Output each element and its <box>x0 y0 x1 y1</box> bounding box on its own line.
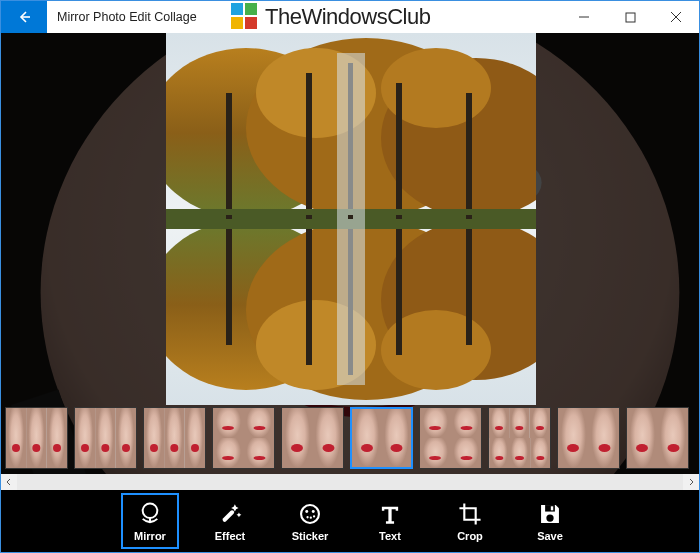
window-system-buttons <box>561 1 699 33</box>
thumb-preview-icon <box>282 408 313 468</box>
thumb-preview-icon <box>530 438 550 468</box>
thumb-preview-icon <box>313 408 344 468</box>
scrollbar-track[interactable] <box>17 474 683 490</box>
save-tool-button[interactable]: Save <box>521 493 579 549</box>
effect-tool-label: Effect <box>215 530 246 542</box>
svg-rect-36 <box>551 506 553 510</box>
close-icon <box>670 11 682 23</box>
mirror-layout-thumb[interactable] <box>350 407 413 469</box>
svg-point-29 <box>301 505 319 523</box>
chevron-right-icon <box>687 478 695 486</box>
thumb-preview-icon <box>382 409 412 467</box>
sticker-icon <box>296 500 324 528</box>
mirror-layout-thumb[interactable] <box>212 407 275 469</box>
svg-point-32 <box>306 516 308 518</box>
thumb-preview-icon <box>627 408 658 468</box>
thumb-preview-icon <box>658 408 689 468</box>
effect-tool-button[interactable]: Effect <box>201 493 259 549</box>
maximize-icon <box>625 12 636 23</box>
thumb-preview-icon <box>589 408 620 468</box>
svg-point-30 <box>305 510 308 513</box>
title-bar: Mirror Photo Edit Collage TheWindowsClub <box>1 1 699 33</box>
mirror-layout-thumb[interactable] <box>143 407 206 469</box>
minimize-button[interactable] <box>561 1 607 33</box>
watermark-text: TheWindowsClub <box>265 4 430 30</box>
app-window: Mirror Photo Edit Collage TheWindowsClub <box>0 0 700 553</box>
thumb-preview-icon <box>144 408 164 468</box>
scroll-right-button[interactable] <box>683 474 699 490</box>
thumb-preview-icon <box>420 408 451 438</box>
main-canvas[interactable] <box>166 33 536 405</box>
thumb-preview-icon <box>451 438 482 468</box>
svg-rect-27 <box>149 517 151 521</box>
mirror-icon <box>136 500 164 528</box>
mirror-layout-thumb[interactable] <box>5 407 68 469</box>
mirror-layout-thumb[interactable] <box>557 407 620 469</box>
svg-point-26 <box>143 503 158 518</box>
svg-rect-35 <box>545 505 555 512</box>
thumb-preview-icon <box>75 408 95 468</box>
thumb-preview-icon <box>558 408 589 468</box>
chevron-left-icon <box>5 478 13 486</box>
thumb-preview-icon <box>213 408 244 438</box>
sticker-tool-label: Sticker <box>292 530 329 542</box>
thumb-preview-icon <box>95 408 115 468</box>
thumb-preview-icon <box>509 408 529 438</box>
save-tool-label: Save <box>537 530 563 542</box>
mirror-layout-thumbnails <box>1 402 699 474</box>
svg-point-37 <box>546 514 553 521</box>
svg-point-33 <box>310 517 312 519</box>
thumb-preview-icon <box>185 408 205 468</box>
thumb-preview-icon <box>244 438 275 468</box>
text-tool-button[interactable]: Text <box>361 493 419 549</box>
thumb-preview-icon <box>213 438 244 468</box>
thumb-preview-icon <box>116 408 136 468</box>
mirror-layout-thumb[interactable] <box>419 407 482 469</box>
close-button[interactable] <box>653 1 699 33</box>
svg-point-34 <box>313 515 315 517</box>
thumb-preview-icon <box>47 408 67 468</box>
thumb-preview-icon <box>352 409 382 467</box>
thumb-preview-icon <box>530 408 550 438</box>
effect-icon <box>216 500 244 528</box>
text-icon <box>376 500 404 528</box>
mirror-layout-thumb[interactable] <box>626 407 689 469</box>
thumb-preview-icon <box>509 438 529 468</box>
thumb-preview-icon <box>420 438 451 468</box>
bottom-toolbar: MirrorEffectStickerTextCropSave <box>1 490 699 552</box>
mirror-layout-thumb[interactable] <box>74 407 137 469</box>
mirror-tool-label: Mirror <box>134 530 166 542</box>
sticker-tool-button[interactable]: Sticker <box>281 493 339 549</box>
mirror-layout-thumb[interactable] <box>488 407 551 469</box>
maximize-button[interactable] <box>607 1 653 33</box>
crop-tool-label: Crop <box>457 530 483 542</box>
thumb-preview-icon <box>489 438 509 468</box>
mirror-tool-button[interactable]: Mirror <box>121 493 179 549</box>
thumb-preview-icon <box>489 408 509 438</box>
mirror-layout-thumb[interactable] <box>281 407 344 469</box>
thumb-preview-icon <box>451 408 482 438</box>
text-tool-label: Text <box>379 530 401 542</box>
crop-tool-button[interactable]: Crop <box>441 493 499 549</box>
editor-stage: MirrorEffectStickerTextCropSave <box>1 33 699 552</box>
svg-rect-2 <box>626 13 635 22</box>
watermark-logo-icon <box>231 3 259 31</box>
svg-rect-28 <box>222 509 235 522</box>
thumb-preview-icon <box>26 408 46 468</box>
crop-icon <box>456 500 484 528</box>
minimize-icon <box>578 11 590 23</box>
back-arrow-icon <box>16 9 32 25</box>
watermark: TheWindowsClub <box>231 1 430 33</box>
save-icon <box>536 500 564 528</box>
thumbnail-scrollbar[interactable] <box>1 474 699 490</box>
back-button[interactable] <box>1 1 47 33</box>
thumb-preview-icon <box>244 408 275 438</box>
scroll-left-button[interactable] <box>1 474 17 490</box>
thumb-preview-icon <box>164 408 184 468</box>
thumb-preview-icon <box>6 408 26 468</box>
window-title: Mirror Photo Edit Collage <box>47 1 207 33</box>
svg-point-31 <box>312 510 315 513</box>
